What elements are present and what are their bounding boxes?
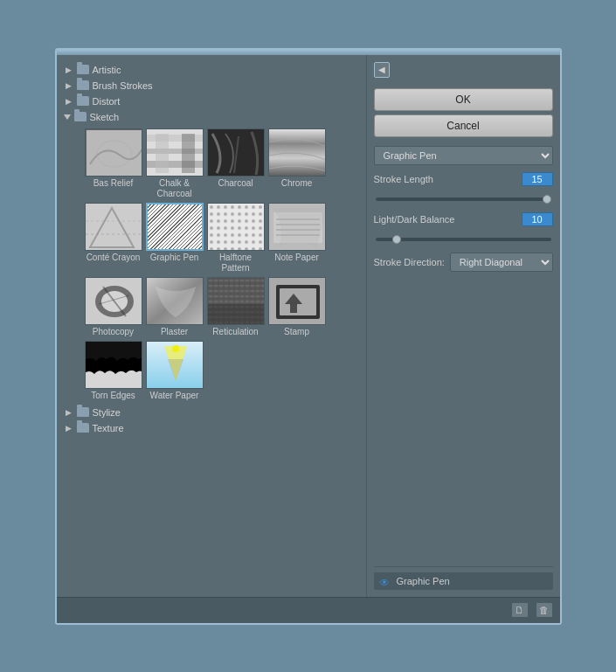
effects-item-label: Graphic Pen [397, 576, 450, 586]
filter-stamp-thumb [268, 277, 326, 325]
filter-photocopy-thumb [85, 277, 142, 325]
bottom-toolbar: 🗋 🗑 [57, 597, 560, 623]
filter-bas-relief-label: Bas Relief [93, 178, 134, 189]
svg-rect-1 [86, 129, 142, 177]
cancel-button[interactable]: Cancel [374, 114, 553, 137]
delete-layer-button[interactable]: 🗑 [536, 602, 553, 618]
filter-photocopy-label: Photocopy [93, 327, 134, 337]
filter-graphic-pen-label: Graphic Pen [150, 253, 199, 263]
filter-torn-edges-label: Torn Edges [91, 391, 135, 401]
sidebar-item-distort[interactable]: ▶ Distort [57, 94, 366, 109]
arrow-artistic: ▶ [64, 65, 74, 75]
filter-stamp-label: Stamp [284, 327, 309, 337]
filter-gallery-dialog: ▶ Artistic ▶ Brush Strokes ▶ Distort Ske… [55, 48, 562, 625]
stroke-direction-label: Stroke Direction: [374, 257, 445, 267]
folder-sketch-icon [74, 112, 87, 121]
filter-name-row: Graphic Pen [374, 146, 553, 165]
filter-conte-crayon[interactable]: Conté Crayon [85, 203, 142, 274]
filter-conte-crayon-thumb [85, 203, 142, 251]
filter-water-paper-label: Water Paper [150, 391, 199, 401]
filter-reticulation[interactable]: Reticulation [207, 277, 265, 337]
light-dark-slider[interactable] [376, 238, 551, 241]
graphic-pen-pattern [148, 204, 202, 249]
filter-note-paper-label: Note Paper [274, 253, 319, 263]
ok-button[interactable]: OK [374, 88, 553, 111]
light-dark-slider-row [374, 232, 553, 244]
effects-list: 👁 Graphic Pen [374, 566, 553, 590]
light-dark-value[interactable] [522, 212, 553, 226]
sidebar-item-sketch[interactable]: Sketch [57, 109, 366, 125]
arrow-distort: ▶ [64, 96, 74, 107]
filter-halftone-label: Halftone Pattern [207, 253, 265, 274]
stroke-length-slider-row [374, 191, 553, 204]
filter-charcoal[interactable]: Charcoal [207, 128, 265, 199]
dialog-inner: ▶ Artistic ▶ Brush Strokes ▶ Distort Ske… [57, 55, 560, 597]
stroke-length-value[interactable] [522, 172, 553, 186]
filter-graphic-pen-thumb [146, 203, 204, 251]
filter-halftone-pattern-thumb [207, 203, 265, 251]
svg-rect-14 [208, 204, 265, 251]
new-layer-button[interactable]: 🗋 [511, 602, 529, 618]
svg-point-33 [172, 345, 179, 352]
stroke-direction-row: Stroke Direction: Right Diagonal Left Di… [374, 253, 553, 272]
filter-charcoal-thumb [207, 128, 265, 177]
filter-plaster[interactable]: Plaster [146, 277, 204, 337]
folder-texture-icon [77, 423, 89, 433]
collapse-button[interactable]: ◀ [374, 62, 390, 78]
filter-torn-edges-thumb [85, 341, 142, 389]
filter-chalk-charcoal-label: Chalk & Charcoal [146, 178, 204, 199]
svg-rect-27 [208, 304, 265, 325]
filter-torn-edges[interactable]: Torn Edges [85, 341, 142, 401]
filter-controls: Graphic Pen Stroke Length Light/Dark Bal… [374, 146, 553, 566]
filter-photocopy[interactable]: Photocopy [85, 277, 142, 337]
filter-note-paper[interactable]: Note Paper [268, 203, 326, 274]
filter-plaster-thumb [146, 277, 204, 325]
sidebar-item-artistic[interactable]: ▶ Artistic [57, 62, 366, 78]
stroke-length-row: Stroke Length [374, 172, 553, 186]
filter-chalk-charcoal[interactable]: Chalk & Charcoal [146, 128, 204, 199]
arrow-sketch [64, 114, 71, 120]
arrow-brush-strokes: ▶ [64, 80, 74, 91]
svg-rect-7 [208, 129, 265, 177]
eye-icon: 👁 [379, 577, 391, 585]
light-dark-row: Light/Dark Balance [374, 212, 553, 226]
controls-panel: ◀ OK Cancel Graphic Pen Stroke Length [367, 55, 560, 597]
stroke-length-label: Stroke Length [374, 174, 522, 184]
filter-chrome[interactable]: Chrome [268, 128, 326, 199]
sidebar-item-texture[interactable]: ▶ Texture [57, 420, 366, 436]
filter-name-select[interactable]: Graphic Pen [374, 146, 553, 165]
svg-rect-4 [156, 134, 169, 173]
filter-tree-panel: ▶ Artistic ▶ Brush Strokes ▶ Distort Ske… [57, 55, 367, 597]
stroke-length-slider[interactable] [376, 197, 551, 201]
folder-brush-strokes-icon [77, 80, 89, 90]
filter-plaster-label: Plaster [161, 327, 188, 337]
filter-reticulation-label: Reticulation [212, 327, 258, 337]
stylize-label: Stylize [93, 407, 121, 418]
filter-bas-relief[interactable]: Bas Relief [85, 128, 142, 199]
artistic-label: Artistic [93, 65, 121, 75]
filter-charcoal-label: Charcoal [218, 178, 253, 189]
filter-halftone-pattern[interactable]: Halftone Pattern [207, 203, 265, 274]
filter-graphic-pen[interactable]: Graphic Pen [146, 203, 204, 274]
svg-rect-5 [182, 134, 195, 173]
filter-water-paper-thumb [146, 341, 204, 389]
filter-stamp[interactable]: Stamp [268, 277, 326, 337]
sketch-label: Sketch [90, 112, 120, 122]
filter-bas-relief-thumb [85, 128, 142, 177]
effects-item-graphic-pen[interactable]: 👁 Graphic Pen [374, 572, 553, 590]
filter-chrome-label: Chrome [281, 178, 313, 189]
filter-conte-crayon-label: Conté Crayon [87, 253, 141, 263]
light-dark-label: Light/Dark Balance [374, 214, 522, 225]
folder-distort-icon [77, 96, 89, 106]
filter-note-paper-thumb [268, 203, 326, 251]
filter-chrome-thumb [268, 128, 326, 177]
sidebar-item-stylize[interactable]: ▶ Stylize [57, 405, 366, 420]
filter-water-paper[interactable]: Water Paper [146, 341, 204, 401]
filter-grid: Bas Relief Chalk & Charc [57, 125, 366, 405]
folder-artistic-icon [77, 65, 89, 74]
arrow-stylize: ▶ [64, 407, 74, 418]
filter-reticulation-thumb [207, 277, 265, 325]
stroke-direction-select[interactable]: Right Diagonal Left Diagonal Horizontal … [450, 253, 553, 272]
folder-stylize-icon [77, 407, 89, 417]
sidebar-item-brush-strokes[interactable]: ▶ Brush Strokes [57, 78, 366, 94]
